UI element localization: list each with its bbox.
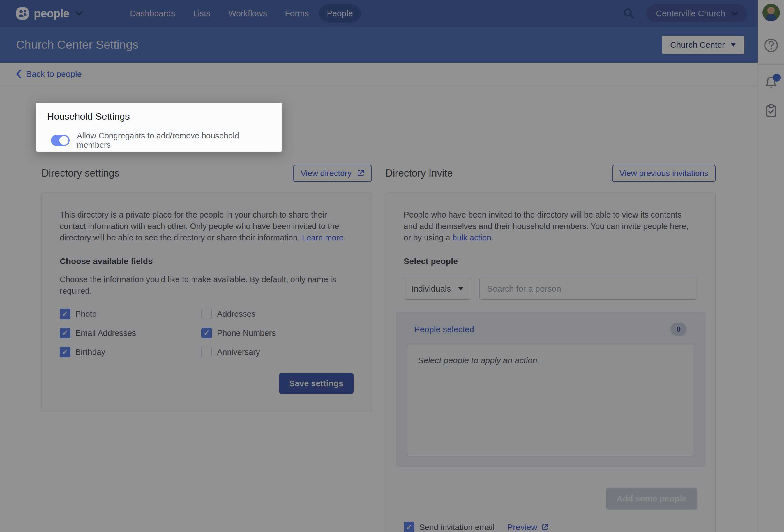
toggle-knob xyxy=(59,136,68,145)
household-settings-card: Household Settings Allow Congregants to … xyxy=(36,102,282,152)
household-settings-title: Household Settings xyxy=(47,111,271,122)
household-members-toggle-label: Allow Congregants to add/remove househol… xyxy=(77,131,271,150)
dim-overlay xyxy=(0,0,784,532)
household-members-toggle[interactable] xyxy=(51,135,69,146)
